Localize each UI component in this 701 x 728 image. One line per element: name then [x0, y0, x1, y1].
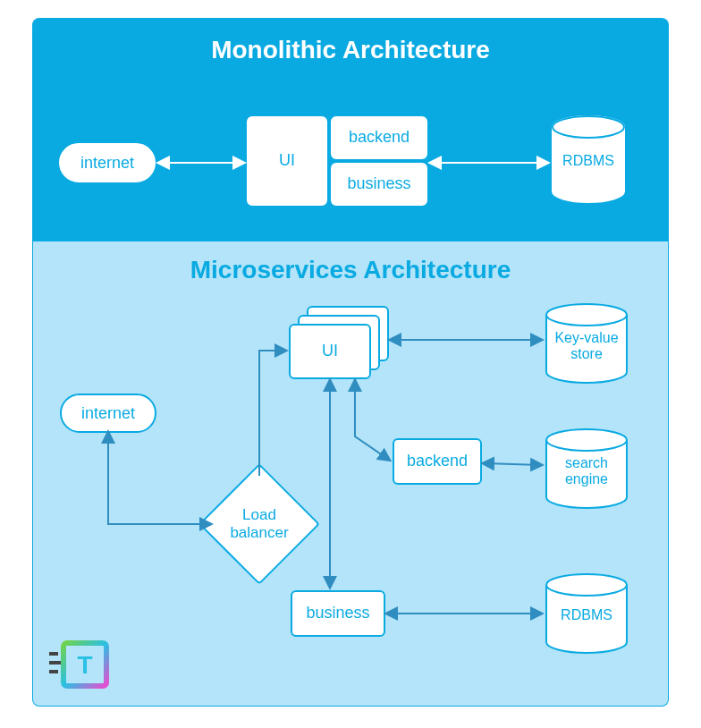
ms-kv-node: Key-value store: [545, 302, 629, 385]
ms-business-label: business: [306, 604, 369, 623]
svg-rect-10: [49, 652, 58, 656]
microservices-panel: Microservices Architecture internet Load…: [32, 241, 669, 707]
mono-ui-label: UI: [279, 151, 295, 171]
architecture-diagram: Monolithic Architecture internet UI back…: [0, 0, 701, 728]
monolithic-panel: Monolithic Architecture internet UI back…: [32, 18, 669, 241]
mono-rdbms-node: RDBMS: [551, 114, 626, 204]
ms-search-label: search engine: [545, 455, 629, 488]
ms-rdbms-label: RDBMS: [545, 607, 629, 623]
svg-point-4: [546, 304, 627, 326]
arrow-mono-cluster-db: [427, 154, 551, 172]
ms-backend-label: backend: [407, 452, 468, 471]
ms-backend-node: backend: [393, 438, 482, 485]
mono-ui-node: UI: [247, 116, 327, 206]
ms-internet-node: internet: [60, 394, 156, 433]
monolithic-title: Monolithic Architecture: [32, 36, 669, 64]
microservices-title: Microservices Architecture: [33, 256, 668, 284]
mono-internet-node: internet: [59, 143, 156, 182]
ms-internet-label: internet: [81, 404, 135, 423]
svg-rect-12: [49, 670, 58, 673]
arrow-mono-internet-ui: [156, 154, 247, 172]
ms-ui-node: UI: [289, 324, 371, 379]
mono-internet-label: internet: [80, 154, 134, 173]
ms-business-node: business: [291, 590, 385, 637]
svg-point-5: [546, 429, 627, 451]
ms-search-node: search engine: [545, 427, 629, 510]
mono-backend-node: backend: [331, 116, 427, 159]
mono-backend-label: backend: [349, 128, 410, 148]
mono-business-node: business: [331, 163, 427, 206]
brand-logo: T: [49, 639, 112, 690]
svg-rect-11: [49, 661, 62, 665]
ms-kv-label: Key-value store: [545, 330, 629, 363]
ms-load-balancer-node: Load balancer: [216, 481, 302, 567]
ms-ui-label: UI: [322, 342, 338, 361]
logo-letter: T: [77, 651, 92, 679]
ms-load-balancer-label: Load balancer: [216, 506, 302, 543]
svg-point-6: [546, 574, 627, 596]
mono-business-label: business: [347, 174, 410, 194]
mono-rdbms-label: RDBMS: [551, 153, 626, 169]
svg-line-8: [484, 463, 541, 465]
ms-rdbms-node: RDBMS: [545, 572, 629, 655]
